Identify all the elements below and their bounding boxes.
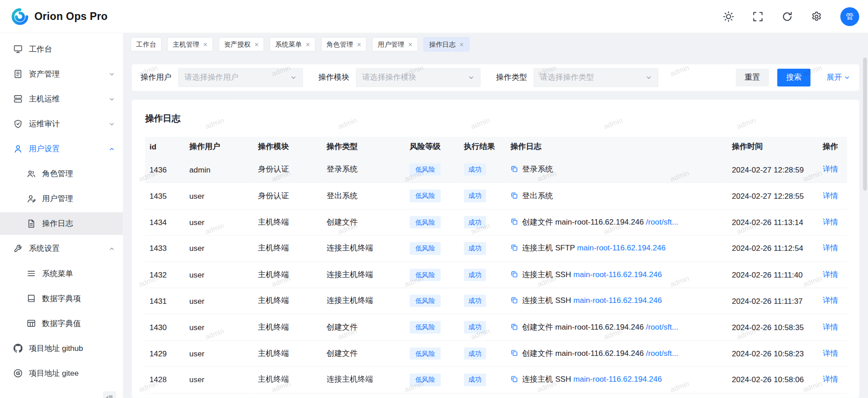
result-badge: 成功 <box>464 190 486 202</box>
brand[interactable]: Orion Ops Pro <box>11 8 108 25</box>
table-row: 1435 user 身份认证 登出系统 低风险 成功 登出系统 2024-02-… <box>145 183 847 209</box>
tab-item[interactable]: 角色管理 × <box>321 37 367 52</box>
sidebar-subitem[interactable]: 系统菜单 <box>0 262 123 285</box>
result-badge: 成功 <box>464 374 486 386</box>
cell-type: 连接主机终端 <box>322 393 405 398</box>
tab-close-icon[interactable]: × <box>460 41 464 48</box>
sidebar-item[interactable]: 运维审计 <box>0 112 123 135</box>
risk-badge: 低风险 <box>410 374 441 386</box>
sidebar-item[interactable]: 系统设置 <box>0 237 123 260</box>
chevron-down-icon <box>109 120 115 127</box>
tab-label: 用户管理 <box>378 40 404 49</box>
sidebar-item[interactable]: 工作台 <box>0 38 123 60</box>
log-icon <box>27 219 36 228</box>
tab-item[interactable]: 资产授权 × <box>218 37 264 52</box>
sidebar-subitem[interactable]: 数据字典值 <box>0 312 123 335</box>
table-row: 1427 user 主机终端 连接主机终端 低风险 成功 连接主机 SFTP m… <box>145 393 847 398</box>
log-link[interactable]: main-root-116.62.194.246 <box>573 270 662 279</box>
search-button[interactable]: 搜索 <box>777 69 810 86</box>
log-link[interactable]: main-root-116.62.194.246 <box>577 244 666 253</box>
cell-id: 1432 <box>145 262 185 288</box>
tab-item[interactable]: 操作日志 × <box>423 37 469 52</box>
github-icon <box>13 344 23 353</box>
cell-module: 身份认证 <box>254 157 323 182</box>
filter-select[interactable]: 请选择操作用户 <box>178 68 303 87</box>
log-link[interactable]: /root/sft... <box>646 217 678 226</box>
filter-label: 操作类型 <box>496 72 527 82</box>
sidebar-item-label: 运维审计 <box>29 119 103 129</box>
tab-item[interactable]: 工作台 <box>131 37 162 52</box>
log-link[interactable]: /root/sft... <box>646 322 678 331</box>
tab-close-icon[interactable]: × <box>357 41 361 48</box>
detail-link[interactable]: 详情 <box>823 165 838 174</box>
select-placeholder: 请选择操作类型 <box>540 72 594 82</box>
tab-item[interactable]: 系统菜单 × <box>270 37 315 52</box>
column-header: 操作日志 <box>506 137 728 157</box>
tab-item[interactable]: 用户管理 × <box>372 37 418 52</box>
sidebar-subitem[interactable]: 操作日志 <box>0 212 123 235</box>
cell-time: 2024-02-26 11:11:40 <box>727 262 818 288</box>
scrollbar[interactable] <box>863 58 867 398</box>
sidebar-item-label: 工作台 <box>29 44 115 54</box>
sidebar-item[interactable]: 用户设置 <box>0 138 123 160</box>
log-text: 连接主机 SSH <box>522 296 573 305</box>
refresh-icon[interactable] <box>782 11 792 22</box>
filter-field: 操作用户 请选择操作用户 <box>141 68 303 87</box>
log-link[interactable]: main-root-116.62.194.246 <box>573 296 662 305</box>
sidebar-item[interactable]: 项目地址 github <box>0 337 123 360</box>
cell-user: admin <box>185 157 254 182</box>
detail-link[interactable]: 详情 <box>823 322 838 331</box>
theme-toggle-icon[interactable] <box>723 11 734 22</box>
sidebar-subitem[interactable]: 数据字典项 <box>0 287 123 310</box>
sidebar-collapse-button[interactable] <box>103 391 116 398</box>
sidebar-subitem-label: 系统菜单 <box>42 269 115 278</box>
filter-field: 操作模块 请选择操作模块 <box>318 68 481 87</box>
fullscreen-icon[interactable] <box>752 11 763 22</box>
reset-button[interactable]: 重置 <box>736 69 769 86</box>
sidebar-item[interactable]: 项目地址 gitee <box>0 362 123 384</box>
cell-user: user <box>185 183 254 209</box>
app-header: Orion Ops Pro 管 <box>0 0 868 33</box>
result-badge: 成功 <box>464 295 486 307</box>
tab-bar: 工作台 主机管理 × 资产授权 × 系统菜单 × 角色管理 × 用户管理 × 操… <box>123 33 868 55</box>
cell-user: user <box>185 288 254 314</box>
cell-type: 登出系统 <box>322 183 405 209</box>
detail-link[interactable]: 详情 <box>823 296 838 305</box>
settings-gear-icon[interactable] <box>811 11 822 22</box>
tab-close-icon[interactable]: × <box>306 41 310 48</box>
detail-link[interactable]: 详情 <box>823 375 838 384</box>
tab-label: 资产授权 <box>224 40 251 49</box>
sidebar-item-label: 系统设置 <box>29 244 103 254</box>
log-link[interactable]: main-root-116.62.194.246 <box>573 375 662 384</box>
log-text: 登录系统 <box>522 165 553 174</box>
sidebar-item[interactable]: 主机运维 <box>0 87 123 110</box>
detail-link[interactable]: 详情 <box>823 244 838 253</box>
menu-icon <box>27 269 36 278</box>
tab-item[interactable]: 主机管理 × <box>167 37 213 52</box>
filter-select[interactable]: 请选择操作模块 <box>356 68 480 87</box>
detail-link[interactable]: 详情 <box>823 270 838 279</box>
tab-close-icon[interactable]: × <box>254 41 258 48</box>
sidebar-subitem[interactable]: 角色管理 <box>0 163 123 185</box>
scrollbar-thumb[interactable] <box>863 58 867 191</box>
detail-link[interactable]: 详情 <box>823 349 838 358</box>
result-badge: 成功 <box>464 163 486 176</box>
user-edit-icon <box>27 194 36 203</box>
tab-close-icon[interactable]: × <box>408 41 412 48</box>
cell-type: 创建文件 <box>322 340 405 367</box>
tab-label: 角色管理 <box>327 40 353 49</box>
filter-select[interactable]: 请选择操作类型 <box>534 68 658 87</box>
log-panel: 操作日志 id操作用户操作模块操作类型风险等级执行结果操作日志操作时间操作 14… <box>132 100 859 398</box>
detail-link[interactable]: 详情 <box>823 217 838 226</box>
log-link[interactable]: /root/sft... <box>646 349 678 358</box>
result-badge: 成功 <box>464 216 486 228</box>
sidebar-subitem[interactable]: 用户管理 <box>0 187 123 210</box>
sidebar-item[interactable]: 资产管理 <box>0 62 123 85</box>
expand-toggle[interactable]: 展开 <box>826 72 850 82</box>
user-avatar[interactable]: 管 <box>840 7 859 26</box>
tab-close-icon[interactable]: × <box>203 41 207 48</box>
detail-link[interactable]: 详情 <box>823 191 838 200</box>
column-header: 操作类型 <box>322 137 405 157</box>
sidebar: 工作台 资产管理 主机运维 运维审计 用户设置 角色管理 <box>0 33 123 398</box>
copy-icon <box>510 192 518 199</box>
